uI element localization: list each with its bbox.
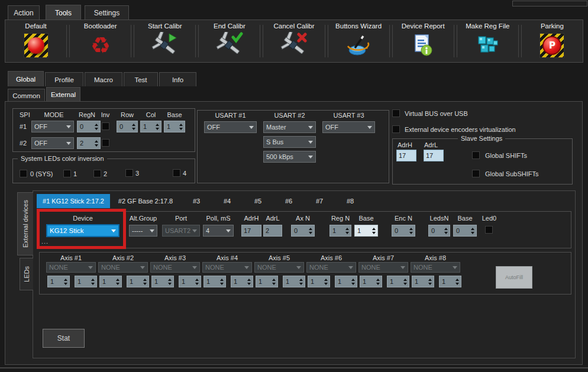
axis2-spinner-2[interactable]: 1 [127,276,149,287]
spinner-up-icon[interactable] [309,228,312,230]
spinner-up-icon[interactable] [376,279,380,281]
spinner-up-icon[interactable] [156,124,159,126]
spi1-base-spinner[interactable]: 1 [164,121,185,132]
encoders-virtualization-checkbox[interactable] [392,125,400,133]
spinner-down-icon[interactable] [345,232,349,234]
spinner-down-icon[interactable] [324,283,328,285]
spinner-down-icon[interactable] [64,283,67,285]
spinner-up-icon[interactable] [143,279,147,281]
port-dropdown[interactable]: USART2 [162,225,200,237]
virtual-bus-checkbox[interactable] [392,109,400,117]
spinner-buttons[interactable] [442,228,450,234]
slave-adrh-field[interactable]: 17 [396,150,416,161]
spinner-down-icon[interactable] [299,283,303,285]
toolbar-button-device-report[interactable]: Device Report [393,20,454,62]
led-invert-1-checkbox[interactable] [63,170,71,177]
axis7-dropdown[interactable]: NONE [358,262,408,273]
axis5-dropdown[interactable]: NONE [254,262,304,273]
spinner-down-icon[interactable] [247,283,251,285]
spinner-up-icon[interactable] [403,279,407,281]
led-invert-3-checkbox[interactable] [125,169,133,177]
axis8-spinner-2[interactable]: 1 [439,276,461,287]
menu-tab-tools[interactable]: Tools [46,5,81,20]
spinner-down-icon[interactable] [376,283,380,285]
spinner-up-icon[interactable] [455,279,459,281]
spi1-regn-spinner[interactable]: 0 [77,121,101,132]
spinner-up-icon[interactable] [345,228,349,230]
axis6-spinner-1[interactable]: 1 [308,276,330,287]
global-shifts-checkbox[interactable] [472,151,480,159]
spinner-up-icon[interactable] [95,124,98,126]
toolbar-button-buttons-wizard[interactable]: Buttons Wizard [328,20,389,62]
toolbar-button-cancel-calibr[interactable]: Cancel Calibr [263,20,324,62]
spinner-buttons[interactable] [427,279,434,285]
spinner-buttons[interactable] [408,228,415,234]
spinner-up-icon[interactable] [195,279,199,281]
spinner-buttons[interactable] [374,279,382,285]
spinner-up-icon[interactable] [351,279,355,281]
axis1-spinner-1[interactable]: 1 [47,276,70,287]
spinner-buttons[interactable] [402,279,409,285]
axis5-spinner-2[interactable]: 1 [283,276,305,287]
axis2-dropdown[interactable]: NONE [98,262,148,273]
spinner-down-icon[interactable] [179,128,183,130]
axis4-spinner-2[interactable]: 1 [231,276,253,287]
axis2-spinner-1[interactable]: 1 [99,276,122,287]
device-adrl-field[interactable]: 2 [263,225,282,237]
regn-spinner[interactable]: 1 [329,225,351,237]
autofill-button[interactable]: AutoFill [496,266,532,289]
side-tab-external-devices[interactable]: External devices [17,192,33,255]
axis7-spinner-1[interactable]: 1 [360,276,382,287]
side-tab-leds[interactable]: LEDs [20,258,33,290]
stat-button[interactable]: Stat [43,329,85,348]
spinner-up-icon[interactable] [64,279,67,281]
spinner-buttons[interactable] [469,228,476,234]
spi1-mode-dropdown[interactable]: OFF [31,121,74,132]
spinner-buttons[interactable] [141,279,148,285]
spinner-buttons[interactable] [270,279,277,285]
spinner-buttons[interactable] [193,279,201,285]
axis1-dropdown[interactable]: NONE [46,262,96,273]
axis4-spinner-1[interactable]: 1 [203,276,226,287]
device-type-dropdown[interactable]: KG12 Stick [46,224,119,237]
axis8-dropdown[interactable]: NONE [411,262,460,273]
tab-profile[interactable]: Profile [45,72,83,86]
device-tab-6[interactable]: #6 [273,194,304,208]
altgroup-dropdown[interactable]: ----- [129,225,157,237]
spinner-up-icon[interactable] [471,228,474,230]
device-tab-5[interactable]: #5 [243,194,273,208]
menu-tab-action[interactable]: Action [8,5,40,20]
toolbar-button-parking[interactable]: Parking P [522,20,583,62]
spinner-down-icon[interactable] [272,283,276,285]
toolbar-button-make-reg-file[interactable]: Make Reg File [457,20,518,62]
spi1-inv-checkbox[interactable] [102,122,109,130]
spinner-up-icon[interactable] [95,140,98,143]
spinner-buttons[interactable] [370,228,377,234]
spinner-down-icon[interactable] [372,232,376,234]
spinner-buttons[interactable] [350,279,357,285]
axn-spinner[interactable]: 0 [291,225,315,237]
toolbar-button-end-calibr[interactable]: End Calibr [199,20,260,62]
spinner-down-icon[interactable] [95,128,98,130]
spinner-up-icon[interactable] [116,279,119,281]
base2-spinner[interactable]: 0 [453,225,477,237]
spinner-down-icon[interactable] [195,283,199,285]
spinner-down-icon[interactable] [444,232,448,234]
device-tab-1[interactable]: #1 KG12 Stick 2:17.2 [37,194,110,208]
tab-common[interactable]: Common [8,89,45,102]
spinner-buttons[interactable] [454,279,461,285]
spinner-buttons[interactable] [166,279,173,285]
spinner-down-icon[interactable] [428,283,432,285]
spinner-buttons[interactable] [177,124,185,130]
device-tab-8[interactable]: #8 [335,194,366,208]
device-adrh-field[interactable]: 17 [241,225,261,237]
spinner-up-icon[interactable] [428,279,432,281]
tab-test[interactable]: Test [124,72,158,86]
axis7-spinner-2[interactable]: 1 [387,276,409,287]
usart2-mode-dropdown[interactable]: Master [263,121,316,133]
spinner-buttons[interactable] [307,228,314,234]
spinner-down-icon[interactable] [455,283,459,285]
spi2-mode-dropdown[interactable]: OFF [31,137,74,149]
spi2-inv-checkbox[interactable] [102,139,109,147]
spinner-up-icon[interactable] [409,228,413,230]
